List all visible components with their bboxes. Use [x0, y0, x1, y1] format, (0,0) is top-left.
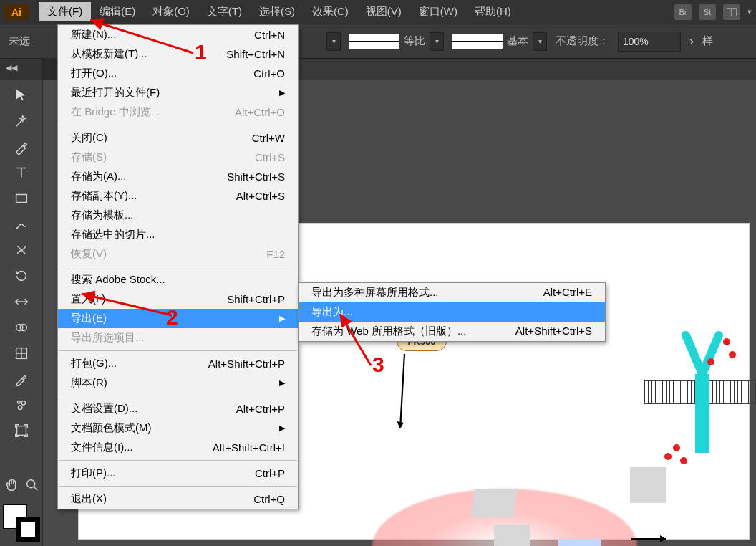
pen-tool-icon[interactable] [7, 135, 36, 159]
annot-1: 1 [195, 40, 207, 64]
menu-help[interactable]: 帮助(H) [466, 2, 520, 21]
basic-label: 基本 [507, 34, 528, 48]
file-menu-item[interactable]: 文件信息(I)...Alt+Shift+Ctrl+I [58, 438, 298, 457]
menu-file[interactable]: 文件(F) [39, 2, 91, 21]
annot-2: 2 [166, 305, 178, 330]
fill-stroke-swatch[interactable] [3, 504, 40, 542]
zoom-tool-icon[interactable] [24, 474, 40, 496]
file-menu-item[interactable]: 存储副本(Y)...Alt+Ctrl+S [58, 186, 298, 206]
titlebar: Ai 文件(F) 编辑(E) 对象(O) 文字(T) 选择(S) 效果(C) 视… [0, 0, 756, 24]
more-chevron-icon[interactable]: › [689, 34, 694, 49]
bridge-icon[interactable]: Br [674, 4, 692, 20]
opacity-label: 不透明度： [556, 34, 609, 48]
arrange-docs-icon[interactable] [723, 4, 740, 20]
file-menu-item[interactable]: 新建(N)...Ctrl+N [58, 25, 298, 44]
artboard-tool-icon[interactable] [7, 418, 36, 443]
brush-tool-icon[interactable] [7, 212, 36, 236]
svg-rect-0 [727, 8, 731, 16]
export-submenu-item[interactable]: 存储为 Web 所用格式（旧版）...Alt+Shift+Ctrl+S [299, 322, 605, 341]
ratio-dropdown[interactable]: ▾ [430, 32, 444, 51]
export-submenu-item[interactable]: 导出为... [299, 302, 605, 322]
menu-text[interactable]: 文字(T) [198, 2, 251, 21]
toolbox [0, 80, 43, 546]
stroke-preview-1[interactable] [349, 34, 399, 49]
style-cutoff: 样 [702, 34, 713, 48]
file-menu-item[interactable]: 存储为模板... [58, 206, 298, 225]
shaper-tool-icon[interactable] [7, 238, 36, 262]
swatch-dropdown-1[interactable]: ▾ [326, 32, 341, 51]
eyedropper-tool-icon[interactable] [7, 367, 36, 391]
chevron-right-icon: ▶ [279, 378, 285, 388]
app-logo: Ai [4, 4, 29, 20]
menubar: 文件(F) 编辑(E) 对象(O) 文字(T) 选择(S) 效果(C) 视图(V… [39, 2, 674, 21]
file-menu-item[interactable]: 存储选中的切片... [58, 225, 298, 244]
svg-rect-1 [732, 8, 737, 16]
hand-tool-icon[interactable] [4, 474, 20, 496]
opacity-field[interactable]: 100% [618, 32, 681, 52]
file-menu-item[interactable]: 打印(P)...Ctrl+P [58, 464, 298, 483]
width-tool-icon[interactable] [7, 289, 36, 314]
file-menu-item: 在 Bridge 中浏览...Alt+Ctrl+O [58, 102, 298, 122]
chevron-down-icon[interactable]: ▾ [747, 7, 752, 16]
menu-select[interactable]: 选择(S) [251, 2, 304, 21]
svg-rect-2 [16, 195, 26, 203]
menu-edit[interactable]: 编辑(E) [91, 2, 144, 21]
file-menu-item: 存储(S)Ctrl+S [58, 148, 298, 167]
selection-tool-icon[interactable] [7, 83, 36, 107]
chevron-right-icon: ▶ [279, 423, 285, 433]
menu-view[interactable]: 视图(V) [357, 2, 410, 21]
mini-tool-tab[interactable]: ◀◀ [0, 59, 43, 80]
file-menu-item[interactable]: 退出(X)Ctrl+Q [58, 489, 298, 509]
annot-3: 3 [372, 353, 384, 377]
export-submenu: 导出为多种屏幕所用格式...Alt+Ctrl+E导出为...存储为 Web 所用… [298, 282, 606, 342]
no-selection-label: 未选 [9, 34, 30, 48]
file-menu: 新建(N)...Ctrl+N从模板新建(T)...Shift+Ctrl+N打开(… [57, 24, 299, 509]
menu-effect[interactable]: 效果(C) [304, 2, 357, 21]
file-menu-item[interactable]: 关闭(C)Ctrl+W [58, 128, 298, 148]
titlebar-right: Br St ▾ [674, 4, 752, 20]
stock-icon[interactable]: St [699, 4, 716, 20]
menu-object[interactable]: 对象(O) [144, 2, 198, 21]
chevron-right-icon: ▶ [279, 314, 285, 323]
file-menu-item[interactable]: 从模板新建(T)...Shift+Ctrl+N [58, 44, 298, 64]
rectangle-tool-icon[interactable] [7, 186, 36, 211]
file-menu-item: 导出所选项目... [58, 328, 298, 348]
chevron-right-icon: ▶ [279, 88, 285, 97]
magic-wand-tool-icon[interactable] [7, 109, 36, 133]
symbol-spray-tool-icon[interactable] [7, 393, 36, 417]
file-menu-item[interactable]: 脚本(R)▶ [58, 373, 298, 393]
file-menu-item[interactable]: 文档设置(D)...Alt+Ctrl+P [58, 399, 298, 418]
mesh-tool-icon[interactable] [7, 341, 36, 365]
file-menu-item: 恢复(V)F12 [58, 244, 298, 264]
svg-point-8 [18, 406, 22, 410]
file-menu-item[interactable]: 存储为(A)...Shift+Ctrl+S [58, 167, 298, 186]
ratio-label: 等比 [404, 34, 425, 48]
svg-point-6 [17, 401, 20, 404]
file-menu-item[interactable]: 打包(G)...Alt+Shift+Ctrl+P [58, 354, 298, 373]
svg-point-4 [20, 324, 26, 330]
menu-window[interactable]: 窗口(W) [410, 2, 466, 21]
file-menu-item[interactable]: 文档颜色模式(M)▶ [58, 418, 298, 438]
shapebuilder-tool-icon[interactable] [7, 315, 36, 340]
svg-point-7 [21, 401, 26, 406]
export-submenu-item[interactable]: 导出为多种屏幕所用格式...Alt+Ctrl+E [299, 283, 605, 302]
file-menu-item[interactable]: 最近打开的文件(F)▶ [58, 83, 298, 102]
type-tool-icon[interactable] [7, 161, 36, 185]
basic-dropdown[interactable]: ▾ [533, 32, 547, 51]
svg-rect-9 [16, 426, 26, 436]
file-menu-item[interactable]: 打开(O)...Ctrl+O [58, 64, 298, 83]
stroke-preview-2[interactable] [452, 34, 503, 49]
file-menu-item[interactable]: 搜索 Adobe Stock... [58, 270, 298, 289]
rotate-tool-icon[interactable] [7, 264, 36, 288]
svg-point-10 [27, 480, 35, 488]
